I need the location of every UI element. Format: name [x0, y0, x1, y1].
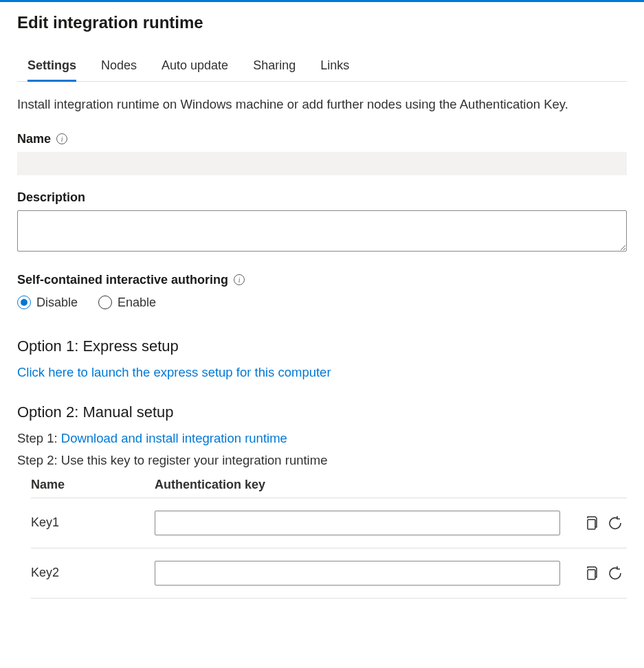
description-field-group: Description	[17, 190, 627, 254]
key-value-input[interactable]	[155, 561, 560, 586]
tabs-bar: Settings Nodes Auto update Sharing Links	[17, 54, 627, 82]
key-value-input[interactable]	[155, 511, 560, 535]
express-setup-link[interactable]: Click here to launch the express setup f…	[17, 365, 331, 379]
step2-row: Step 2:Use this key to register your int…	[17, 453, 627, 468]
radio-enable-label: Enable	[118, 296, 156, 310]
option1-section: Option 1: Express setup Click here to la…	[17, 337, 627, 380]
refresh-icon[interactable]	[608, 515, 623, 531]
panel-content: Edit integration runtime Settings Nodes …	[0, 2, 644, 612]
table-header-name: Name	[31, 475, 155, 498]
key-name-cell: Key2	[31, 548, 155, 598]
tab-settings[interactable]: Settings	[27, 54, 76, 82]
interactive-authoring-group: Self-contained interactive authoring i D…	[17, 273, 627, 310]
table-header-auth: Authentication key	[155, 475, 565, 498]
option2-section: Option 2: Manual setup Step 1: Download …	[17, 403, 627, 599]
key-name-cell: Key1	[31, 498, 155, 548]
info-icon[interactable]: i	[56, 133, 67, 144]
name-field-group: Name i	[17, 132, 627, 175]
description-input[interactable]	[17, 210, 627, 252]
description-label: Description	[17, 190, 85, 205]
svg-rect-1	[588, 570, 595, 579]
radio-icon	[98, 296, 112, 309]
step1-label: Step 1:	[17, 431, 61, 445]
tab-links[interactable]: Links	[320, 54, 349, 82]
step1-row: Step 1: Download and install integration…	[17, 431, 627, 446]
copy-icon[interactable]	[584, 515, 598, 531]
radio-disable-label: Disable	[36, 296, 78, 310]
svg-rect-0	[588, 520, 595, 529]
step2-label: Step 2:	[17, 453, 61, 467]
radio-icon	[17, 296, 31, 309]
name-label: Name	[17, 132, 51, 146]
refresh-icon[interactable]	[608, 566, 623, 581]
table-row: Key2	[31, 548, 627, 598]
intro-text: Install integration runtime on Windows m…	[17, 96, 627, 114]
table-row: Key1	[31, 498, 627, 548]
radio-disable[interactable]: Disable	[17, 296, 78, 310]
name-input[interactable]	[17, 152, 627, 175]
download-runtime-link[interactable]: Download and install integration runtime	[61, 431, 287, 445]
radio-enable[interactable]: Enable	[98, 296, 156, 310]
option2-heading: Option 2: Manual setup	[17, 403, 627, 421]
interactive-authoring-label: Self-contained interactive authoring	[17, 273, 228, 287]
tab-auto-update[interactable]: Auto update	[162, 54, 228, 82]
tab-sharing[interactable]: Sharing	[253, 54, 296, 82]
option1-heading: Option 1: Express setup	[17, 337, 627, 355]
step2-text: Use this key to register your integratio…	[61, 453, 328, 467]
copy-icon[interactable]	[584, 566, 598, 581]
info-icon[interactable]: i	[234, 274, 245, 285]
auth-key-table: Name Authentication key Key1	[31, 475, 627, 599]
page-title: Edit integration runtime	[17, 13, 627, 32]
tab-nodes[interactable]: Nodes	[101, 54, 137, 82]
